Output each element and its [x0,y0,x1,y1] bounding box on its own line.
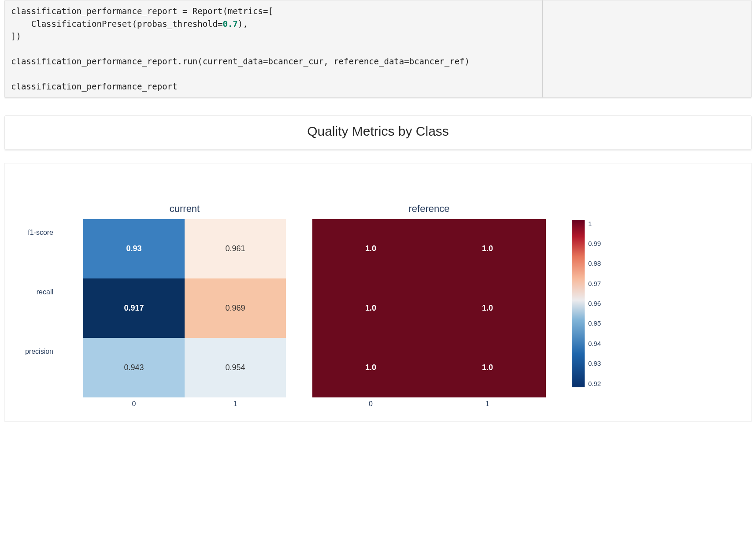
colorbar: 1 0.99 0.98 0.97 0.96 0.95 0.94 0.93 0.9… [572,220,601,387]
code-cell-divider [542,0,543,97]
x-axis-label: 0 [83,400,185,408]
heatmap-container: f1-score recall precision current 0.93 0… [18,203,738,408]
x-axis-labels-current: 0 1 [83,400,286,408]
x-axis-labels-reference: 0 1 [312,400,546,408]
section-title: Quality Metrics by Class [307,124,449,138]
subplot-title-current: current [170,203,200,215]
heatmap-cell[interactable]: 1.0 [429,219,546,278]
colorbar-tick: 0.92 [588,380,601,387]
heatmap-reference: reference 1.0 1.0 1.0 1.0 1.0 1.0 0 1 [312,203,546,408]
code-cell[interactable]: classification_performance_report = Repo… [4,0,752,98]
heatmap-cell[interactable]: 0.917 [83,278,185,338]
colorbar-tick: 0.97 [588,280,601,287]
x-axis-label: 1 [429,400,546,408]
heatmap-cell[interactable]: 0.93 [83,219,185,278]
y-axis-labels: f1-score recall precision [18,203,53,382]
heatmap-cell[interactable]: 0.969 [185,278,286,338]
heatmap-cell[interactable]: 1.0 [429,278,546,338]
code-line: ]) [11,31,21,41]
colorbar-tick: 0.94 [588,340,601,347]
code-line: classification_performance_report [11,82,178,91]
code-line: ), [238,19,248,29]
y-axis-label: precision [18,322,53,382]
heatmap-grid-current[interactable]: 0.93 0.961 0.917 0.969 0.943 0.954 [83,219,286,397]
heatmap-card: f1-score recall precision current 0.93 0… [4,163,752,422]
colorbar-tick: 1 [588,220,601,227]
heatmap-cell[interactable]: 0.954 [185,338,286,397]
colorbar-gradient [572,220,585,387]
heatmap-cell[interactable]: 1.0 [312,219,429,278]
x-axis-label: 0 [312,400,429,408]
subplot-title-reference: reference [409,203,450,215]
colorbar-tick: 0.99 [588,240,601,247]
colorbar-tick: 0.93 [588,360,601,367]
y-axis-label: f1-score [18,203,53,263]
heatmap-cell[interactable]: 1.0 [429,338,546,397]
code-line: classification_performance_report.run(cu… [11,56,470,66]
colorbar-tick: 0.98 [588,260,601,267]
heatmap-current: current 0.93 0.961 0.917 0.969 0.943 0.9… [83,203,286,408]
section-header-card: Quality Metrics by Class [4,115,752,150]
heatmap-cell[interactable]: 1.0 [312,278,429,338]
heatmap-grid-reference[interactable]: 1.0 1.0 1.0 1.0 1.0 1.0 [312,219,546,397]
x-axis-label: 1 [185,400,286,408]
y-axis-label: recall [18,263,53,322]
colorbar-tick: 0.95 [588,319,601,327]
code-number-literal: 0.7 [222,19,237,29]
heatmap-cell[interactable]: 1.0 [312,338,429,397]
code-line: classification_performance_report = Repo… [11,6,273,16]
heatmap-cell[interactable]: 0.961 [185,219,286,278]
code-line: ClassificationPreset(probas_threshold= [11,19,222,29]
heatmap-cell[interactable]: 0.943 [83,338,185,397]
colorbar-ticks: 1 0.99 0.98 0.97 0.96 0.95 0.94 0.93 0.9… [588,220,601,387]
colorbar-tick: 0.96 [588,300,601,307]
